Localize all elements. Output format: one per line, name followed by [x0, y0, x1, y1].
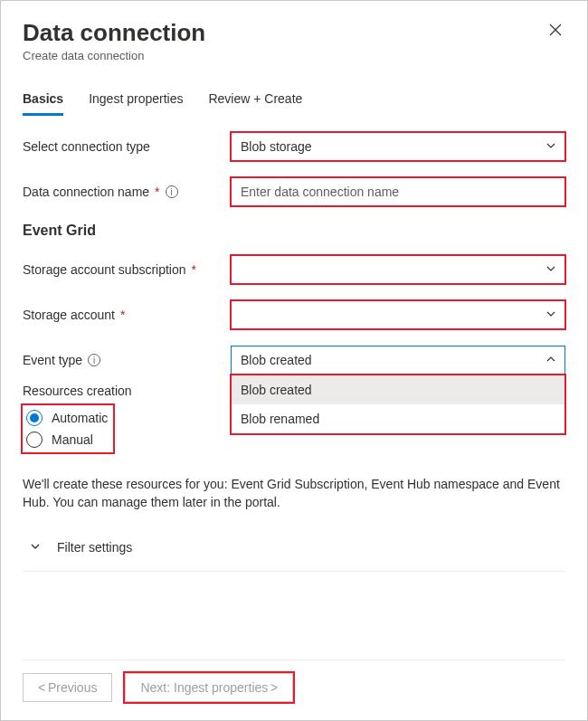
dropdown-item-blob-renamed[interactable]: Blob renamed	[232, 404, 564, 433]
info-icon[interactable]: i	[166, 185, 178, 198]
row-connection-type: Select connection type Blob storage	[23, 132, 565, 161]
row-connection-name: Data connection name * i	[23, 177, 565, 206]
data-connection-panel: Data connection Create data connection B…	[0, 0, 588, 721]
radio-manual[interactable]: Manual	[24, 429, 111, 451]
dropdown-item-blob-created[interactable]: Blob created	[232, 375, 564, 404]
radio-automatic[interactable]: Automatic	[24, 407, 111, 429]
previous-button[interactable]: < Previous	[23, 673, 112, 702]
panel-subtitle: Create data connection	[23, 49, 565, 62]
tab-ingest-properties[interactable]: Ingest properties	[89, 86, 183, 116]
row-subscription: Storage account subscription *	[23, 255, 565, 284]
close-button[interactable]	[545, 19, 565, 43]
label-connection-name: Data connection name * i	[23, 185, 231, 199]
panel-title: Data connection	[23, 19, 545, 47]
label-subscription: Storage account subscription *	[23, 262, 231, 277]
panel-header: Data connection	[23, 19, 565, 47]
spacer	[23, 572, 565, 641]
radio-icon	[26, 432, 43, 448]
select-subscription[interactable]	[231, 255, 565, 284]
expander-filter-settings[interactable]: Filter settings	[23, 531, 565, 572]
help-text: We'll create these resources for you: Ev…	[23, 476, 565, 511]
select-event-type[interactable]: Blob created Blob created Blob renamed	[231, 346, 565, 375]
radio-icon	[26, 410, 43, 426]
next-button[interactable]: Next: Ingest properties >	[125, 673, 293, 702]
expander-filter-settings-label: Filter settings	[57, 540, 132, 555]
footer: < Previous Next: Ingest properties >	[23, 659, 565, 702]
label-connection-type: Select connection type	[23, 139, 231, 154]
row-storage-account: Storage account *	[23, 300, 565, 329]
input-connection-name-wrapper	[231, 177, 565, 206]
select-connection-type[interactable]: Blob storage	[231, 132, 565, 161]
required-asterisk: *	[155, 185, 159, 199]
heading-event-grid: Event Grid	[23, 223, 565, 239]
required-asterisk: *	[192, 262, 196, 277]
chevron-down-icon	[30, 540, 41, 555]
radio-manual-label: Manual	[52, 432, 93, 447]
radio-group-resources-creation: Automatic Manual	[23, 405, 113, 452]
label-event-type: Event type i	[23, 353, 231, 367]
row-event-type: Event type i Blob created Blob created B…	[23, 346, 565, 375]
info-icon[interactable]: i	[88, 354, 100, 366]
label-storage-account: Storage account *	[23, 308, 231, 322]
form-body: Select connection type Blob storage Data…	[23, 132, 565, 572]
tab-strip: Basics Ingest properties Review + Create	[23, 86, 565, 116]
radio-automatic-label: Automatic	[52, 411, 108, 425]
tab-review-create[interactable]: Review + Create	[208, 86, 302, 116]
required-asterisk: *	[120, 308, 125, 322]
input-connection-name[interactable]	[231, 177, 565, 206]
select-connection-type-value: Blob storage	[241, 139, 312, 154]
select-event-type-value: Blob created	[241, 353, 312, 367]
dropdown-event-type: Blob created Blob renamed	[231, 375, 565, 434]
tab-basics[interactable]: Basics	[23, 86, 63, 116]
close-icon	[549, 24, 562, 36]
select-storage-account[interactable]	[231, 300, 565, 329]
